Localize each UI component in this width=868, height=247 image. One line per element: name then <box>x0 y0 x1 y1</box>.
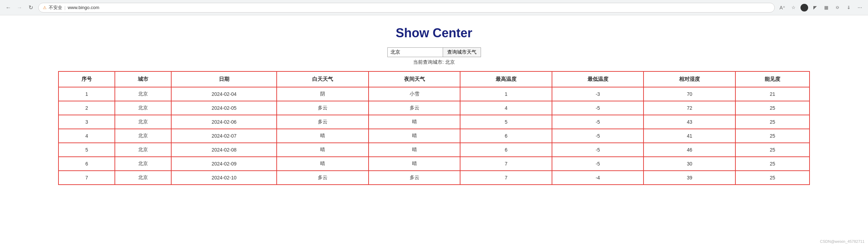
table-cell: 7 <box>460 171 552 185</box>
table-cell: 6 <box>460 143 552 157</box>
security-icon: ⚠ <box>43 5 47 10</box>
table-cell: 多云 <box>277 101 369 115</box>
favorites-button[interactable]: ⛭ <box>833 3 842 12</box>
table-cell: 多云 <box>277 115 369 129</box>
table-cell: 43 <box>644 115 735 129</box>
table-row: 3北京2024-02-06多云晴5-54325 <box>58 115 810 129</box>
table-body: 1北京2024-02-04阴小雪1-370212北京2024-02-05多云多云… <box>58 87 810 185</box>
table-cell: 晴 <box>369 129 460 143</box>
table-cell: 1 <box>58 87 115 101</box>
table-cell: 30 <box>644 157 735 171</box>
table-row: 7北京2024-02-10多云多云7-43925 <box>58 171 810 185</box>
table-cell: 6 <box>58 157 115 171</box>
table-row: 6北京2024-02-09晴晴7-53025 <box>58 157 810 171</box>
browser-chrome: ← → ↻ ⚠ 不安全 | www.bingo.com A⁺ ☆ ◤ ▦ ⛭ ⇓… <box>0 0 868 15</box>
table-cell: 多云 <box>277 171 369 185</box>
table-cell: 3 <box>58 115 115 129</box>
table-cell: 5 <box>58 143 115 157</box>
table-cell: 25 <box>735 129 810 143</box>
table-cell: 阴 <box>277 87 369 101</box>
table-cell: 2024-02-09 <box>171 157 277 171</box>
menu-button[interactable]: ⋯ <box>855 3 864 12</box>
security-label: 不安全 <box>49 5 62 11</box>
table-header-cell: 相对湿度 <box>644 71 735 87</box>
table-cell: 2024-02-04 <box>171 87 277 101</box>
table-cell: -5 <box>552 143 644 157</box>
table-cell: 41 <box>644 129 735 143</box>
table-cell: 晴 <box>369 115 460 129</box>
table-header-cell: 序号 <box>58 71 115 87</box>
table-cell: 39 <box>644 171 735 185</box>
table-cell: -5 <box>552 129 644 143</box>
forward-button[interactable]: → <box>15 3 24 12</box>
table-cell: 2024-02-07 <box>171 129 277 143</box>
back-button[interactable]: ← <box>4 3 13 12</box>
browser-actions: A⁺ ☆ ◤ ▦ ⛭ ⇓ ⋯ <box>778 3 864 12</box>
table-cell: 晴 <box>277 143 369 157</box>
table-cell: 多云 <box>369 171 460 185</box>
page-content: Show Center 查询城市天气 当前查询城市: 北京 序号城市日期白天天气… <box>51 15 817 192</box>
table-cell: -5 <box>552 115 644 129</box>
table-row: 1北京2024-02-04阴小雪1-37021 <box>58 87 810 101</box>
table-cell: 2 <box>58 101 115 115</box>
table-cell: 晴 <box>277 129 369 143</box>
table-cell: 晴 <box>369 143 460 157</box>
table-cell: 70 <box>644 87 735 101</box>
search-row: 查询城市天气 <box>387 47 481 57</box>
table-cell: 北京 <box>115 171 171 185</box>
address-bar[interactable]: ⚠ 不安全 | www.bingo.com <box>38 3 775 13</box>
table-row: 5北京2024-02-08晴晴6-54625 <box>58 143 810 157</box>
table-cell: 晴 <box>277 157 369 171</box>
downloads-button[interactable]: ⇓ <box>844 3 853 12</box>
table-cell: 北京 <box>115 101 171 115</box>
current-city-label: 当前查询城市: 北京 <box>413 59 455 65</box>
table-header-row: 序号城市日期白天天气夜间天气最高温度最低温度相对湿度能见度 <box>58 71 810 87</box>
refresh-button[interactable]: ↻ <box>26 3 35 12</box>
table-cell: 北京 <box>115 87 171 101</box>
table-cell: 7 <box>58 171 115 185</box>
url-display: www.bingo.com <box>68 5 99 10</box>
table-header-cell: 最高温度 <box>460 71 552 87</box>
table-cell: 北京 <box>115 157 171 171</box>
table-header-cell: 最低温度 <box>552 71 644 87</box>
split-view-button[interactable]: ▦ <box>822 3 830 12</box>
table-cell: 北京 <box>115 115 171 129</box>
search-city-button[interactable]: 查询城市天气 <box>443 47 481 57</box>
table-header-cell: 日期 <box>171 71 277 87</box>
table-cell: 2024-02-08 <box>171 143 277 157</box>
table-row: 4北京2024-02-07晴晴6-54125 <box>58 129 810 143</box>
table-cell: 2024-02-10 <box>171 171 277 185</box>
read-mode-button[interactable]: A⁺ <box>778 3 787 12</box>
page-title: Show Center <box>58 26 810 40</box>
table-row: 2北京2024-02-05多云多云4-57225 <box>58 101 810 115</box>
table-cell: 2024-02-06 <box>171 115 277 129</box>
table-cell: 北京 <box>115 143 171 157</box>
table-cell: 5 <box>460 115 552 129</box>
table-header-cell: 白天天气 <box>277 71 369 87</box>
browser-nav: ← → ↻ <box>4 3 35 12</box>
table-cell: 21 <box>735 87 810 101</box>
profile-button[interactable] <box>800 4 808 11</box>
table-cell: 1 <box>460 87 552 101</box>
table-header-cell: 夜间天气 <box>369 71 460 87</box>
table-cell: 25 <box>735 101 810 115</box>
url-separator: | <box>64 5 65 10</box>
table-cell: 25 <box>735 115 810 129</box>
table-cell: 小雪 <box>369 87 460 101</box>
table-cell: -5 <box>552 101 644 115</box>
extensions-button[interactable]: ◤ <box>811 3 819 12</box>
table-cell: 4 <box>58 129 115 143</box>
table-cell: 25 <box>735 157 810 171</box>
bookmark-button[interactable]: ☆ <box>789 3 798 12</box>
table-cell: 晴 <box>369 157 460 171</box>
table-cell: -3 <box>552 87 644 101</box>
table-cell: 46 <box>644 143 735 157</box>
city-search-input[interactable] <box>387 47 443 57</box>
table-header-cell: 城市 <box>115 71 171 87</box>
table-cell: -5 <box>552 157 644 171</box>
table-cell: 25 <box>735 143 810 157</box>
table-cell: 72 <box>644 101 735 115</box>
table-cell: 北京 <box>115 129 171 143</box>
table-cell: 4 <box>460 101 552 115</box>
weather-table: 序号城市日期白天天气夜间天气最高温度最低温度相对湿度能见度 1北京2024-02… <box>58 71 810 185</box>
